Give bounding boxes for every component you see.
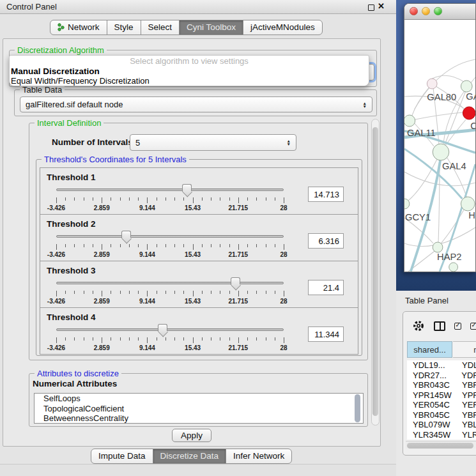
cell-shared-name[interactable]: YBL079W <box>407 420 454 430</box>
table-row[interactable]: YBL079WYBL0 <box>407 420 476 430</box>
panel-vertical-scrollbar[interactable] <box>371 119 380 426</box>
network-view-window: GAL80GACGAL11GAL4GCY1HHAP2 <box>404 3 476 272</box>
minimize-traffic-light[interactable] <box>422 7 430 15</box>
network-window-titlebar <box>404 4 475 20</box>
network-node[interactable] <box>404 115 415 127</box>
zoom-traffic-light[interactable] <box>434 7 442 15</box>
list-item[interactable]: BetweennessCentrality <box>35 413 363 424</box>
table-panel: Table Panel shared... na YDL19...YDL1YDR… <box>396 291 476 476</box>
network-node[interactable] <box>433 242 443 252</box>
cell-name[interactable]: YER0 <box>454 400 476 410</box>
list-item[interactable]: TopologicalCoefficient <box>35 404 363 414</box>
column-header-shared[interactable]: shared... <box>407 341 452 358</box>
slider-track[interactable] <box>56 188 284 191</box>
network-edge[interactable] <box>432 75 464 82</box>
table-row[interactable]: YBR043CYBR0 <box>407 380 476 390</box>
attributes-group: Attributes to discretize Numerical Attri… <box>29 373 368 427</box>
close-icon[interactable]: ✕ <box>378 1 385 11</box>
group-title: Table Data <box>20 85 65 95</box>
network-node[interactable] <box>433 144 449 160</box>
table-row[interactable]: YDR27...YDR2 <box>407 371 476 381</box>
table-row[interactable]: YER054CYER0 <box>407 400 476 410</box>
threshold-value-box[interactable]: 11.344 <box>308 326 344 342</box>
cell-name[interactable]: YBL0 <box>454 420 476 430</box>
column-header-name[interactable]: na <box>453 341 476 358</box>
threshold-value-box[interactable]: 14.713 <box>308 187 344 202</box>
threshold-slider[interactable]: -3.4262.8599.14415.4321.71528 <box>56 323 284 353</box>
cell-shared-name[interactable]: YER054C <box>407 400 454 410</box>
network-node[interactable] <box>461 81 472 92</box>
close-traffic-light[interactable] <box>410 7 418 15</box>
cell-shared-name[interactable]: YDL19... <box>407 360 454 371</box>
combobox-value: galFiltered.sif default node <box>26 100 123 109</box>
slider-track[interactable] <box>56 235 284 238</box>
tab-jactivemnodules[interactable]: jActiveMNodules <box>243 20 323 35</box>
threshold-value-box[interactable]: 6.316 <box>308 233 344 249</box>
number-of-intervals-combobox[interactable]: 5 ▲▼ <box>130 134 296 151</box>
table-data-combobox[interactable]: galFiltered.sif default node ▲▼ <box>20 96 372 112</box>
network-node[interactable] <box>449 263 458 272</box>
apply-button[interactable]: Apply <box>172 429 211 442</box>
cell-name[interactable]: YDR2 <box>453 371 476 381</box>
network-node[interactable] <box>463 107 475 119</box>
table-row[interactable]: YDL19...YDL1 <box>407 360 476 371</box>
slider-thumb[interactable] <box>121 231 131 238</box>
cell-name[interactable]: YPR1 <box>454 390 476 401</box>
node-label: GAL80 <box>427 92 456 102</box>
cell-shared-name[interactable]: YLR345W <box>407 430 454 440</box>
threshold-slider[interactable]: -3.4262.8599.14415.4321.71528 <box>56 183 284 213</box>
cell-shared-name[interactable]: YBR043C <box>407 380 454 390</box>
scrollbar-thumb[interactable] <box>355 394 360 422</box>
threshold-box: Threshold 3-3.4262.8599.14415.4321.71528… <box>40 261 358 308</box>
threshold-label: Threshold 1 <box>47 173 96 182</box>
combobox-value: 5 <box>135 138 140 148</box>
split-panel-icon[interactable] <box>434 321 445 331</box>
float-window-icon[interactable] <box>368 4 374 11</box>
list-scrollbar[interactable] <box>354 394 362 422</box>
dropdown-option-equal-width[interactable]: Equal Width/Frequency Discretization <box>10 76 369 86</box>
scrollbar-thumb[interactable] <box>407 443 473 449</box>
table-row[interactable]: YLR345WYLR3 <box>407 430 476 440</box>
table-horizontal-scrollbar[interactable] <box>406 441 476 449</box>
tab-style[interactable]: Style <box>107 20 141 35</box>
cell-name[interactable]: YBR0 <box>454 410 476 420</box>
network-node[interactable] <box>427 79 437 89</box>
checkbox-icon[interactable] <box>454 323 461 330</box>
network-canvas[interactable]: GAL80GACGAL11GAL4GCY1HHAP2 <box>404 20 475 272</box>
cell-name[interactable]: YDL1 <box>454 360 476 371</box>
threshold-value-box[interactable]: 21.4 <box>308 280 344 295</box>
tab-impute-data[interactable]: Impute Data <box>91 449 153 464</box>
numerical-attributes-list[interactable]: SelfLoopsTopologicalCoefficientBetweenne… <box>34 393 364 424</box>
number-of-intervals-label: Number of Intervals <box>52 137 133 147</box>
slider-thumb[interactable] <box>182 184 192 192</box>
checkbox-icon[interactable] <box>470 323 476 330</box>
tab-infer-network[interactable]: Infer Network <box>226 449 292 464</box>
cell-shared-name[interactable]: YPR145W <box>407 390 454 401</box>
cell-shared-name[interactable]: YBR045C <box>407 410 454 420</box>
threshold-slider[interactable]: -3.4262.8599.14415.4321.71528 <box>56 277 284 306</box>
tab-cyni-toolbox[interactable]: Cyni Toolbox <box>179 20 243 35</box>
scrollbar-thumb[interactable] <box>372 127 378 416</box>
control-panel-window: Control Panel ✕ Network Style Select Cyn… <box>0 0 396 476</box>
threshold-slider[interactable]: -3.4262.8599.14415.4321.71528 <box>56 230 284 259</box>
table-panel-title: Table Panel <box>405 296 449 305</box>
slider-thumb[interactable] <box>158 324 167 332</box>
list-item[interactable]: SelfLoops <box>35 394 363 404</box>
slider-track[interactable] <box>56 282 284 284</box>
table-row[interactable]: YPR145WYPR1 <box>407 390 476 401</box>
cell-name[interactable]: YLR3 <box>454 430 476 440</box>
table-row[interactable]: YBR045CYBR0 <box>407 410 476 420</box>
table-data-group: Table Data galFiltered.sif default node … <box>14 89 377 116</box>
tab-network[interactable]: Network <box>50 20 107 35</box>
tab-select[interactable]: Select <box>141 20 180 35</box>
network-node[interactable] <box>461 197 475 211</box>
slider-tick-labels: -3.4262.8599.14415.4321.71528 <box>56 298 284 305</box>
tab-discretize-data[interactable]: Discretize Data <box>153 449 227 464</box>
cell-shared-name[interactable]: YDR27... <box>407 371 453 381</box>
gear-icon[interactable] <box>412 319 425 332</box>
numerical-attributes-label: Numerical Attributes <box>33 379 117 388</box>
dropdown-option-manual[interactable]: Manual Discretization <box>10 66 369 76</box>
cell-name[interactable]: YBR0 <box>454 380 476 390</box>
slider-track[interactable] <box>56 328 284 331</box>
slider-thumb[interactable] <box>231 277 240 285</box>
